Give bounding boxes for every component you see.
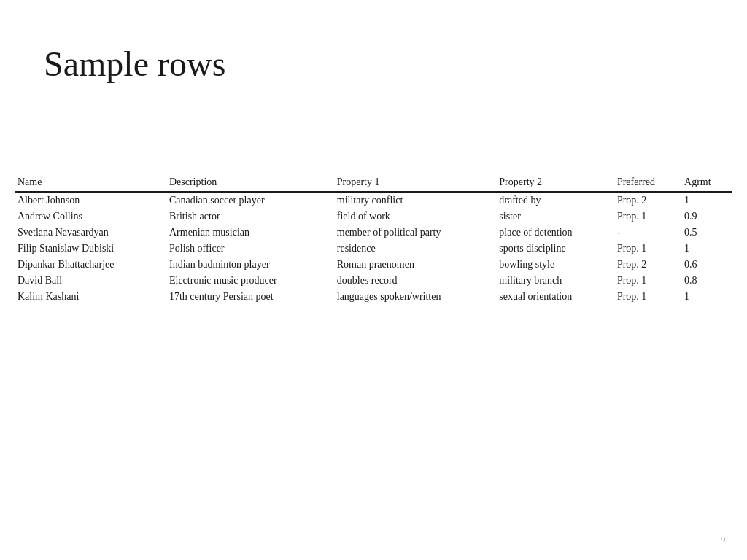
cell-description: Polish officer [166, 241, 334, 257]
col-header-property2: Property 2 [496, 175, 614, 192]
page-title: Sample rows [44, 44, 225, 84]
cell-property2: sexual orientation [496, 289, 614, 305]
cell-agrmt: 0.8 [681, 273, 732, 289]
cell-property2: drafted by [496, 192, 614, 209]
cell-property1: languages spoken/written [334, 289, 497, 305]
cell-property1: Roman praenomen [334, 257, 497, 273]
col-header-agrmt: Agrmt [681, 175, 732, 192]
cell-property1: residence [334, 241, 497, 257]
cell-description: British actor [166, 209, 334, 225]
table-row: Andrew CollinsBritish actorfield of work… [15, 209, 732, 225]
cell-description: Canadian soccer player [166, 192, 334, 209]
cell-property1: field of work [334, 209, 497, 225]
cell-property1: doubles record [334, 273, 497, 289]
cell-name: Andrew Collins [15, 209, 166, 225]
cell-property2: bowling style [496, 257, 614, 273]
cell-agrmt: 0.6 [681, 257, 732, 273]
cell-property1: member of political party [334, 225, 497, 241]
sample-rows-table: Name Description Property 1 Property 2 P… [15, 175, 732, 305]
cell-name: Dipankar Bhattacharjee [15, 257, 166, 273]
table-row: Kalim Kashani17th century Persian poetla… [15, 289, 732, 305]
cell-agrmt: 1 [681, 192, 732, 209]
table-row: Filip Stanislaw DubiskiPolish officerres… [15, 241, 732, 257]
cell-agrmt: 0.9 [681, 209, 732, 225]
cell-preferred: Prop. 1 [614, 209, 681, 225]
col-header-description: Description [166, 175, 334, 192]
table-row: Dipankar BhattacharjeeIndian badminton p… [15, 257, 732, 273]
cell-preferred: - [614, 225, 681, 241]
cell-preferred: Prop. 2 [614, 192, 681, 209]
cell-property2: sports discipline [496, 241, 614, 257]
col-header-property1: Property 1 [334, 175, 497, 192]
cell-agrmt: 1 [681, 241, 732, 257]
cell-property2: place of detention [496, 225, 614, 241]
cell-name: Kalim Kashani [15, 289, 166, 305]
cell-property2: sister [496, 209, 614, 225]
cell-agrmt: 1 [681, 289, 732, 305]
cell-preferred: Prop. 1 [614, 273, 681, 289]
table-row: Albert JohnsonCanadian soccer playermili… [15, 192, 732, 209]
cell-preferred: Prop. 1 [614, 241, 681, 257]
cell-description: 17th century Persian poet [166, 289, 334, 305]
table-header-row: Name Description Property 1 Property 2 P… [15, 175, 732, 192]
cell-name: David Ball [15, 273, 166, 289]
cell-description: Electronic music producer [166, 273, 334, 289]
cell-property2: military branch [496, 273, 614, 289]
page-number: 9 [721, 534, 726, 545]
sample-rows-table-container: Name Description Property 1 Property 2 P… [15, 175, 732, 305]
col-header-preferred: Preferred [614, 175, 681, 192]
cell-description: Armenian musician [166, 225, 334, 241]
cell-property1: military conflict [334, 192, 497, 209]
table-row: David BallElectronic music producerdoubl… [15, 273, 732, 289]
cell-agrmt: 0.5 [681, 225, 732, 241]
cell-preferred: Prop. 1 [614, 289, 681, 305]
col-header-name: Name [15, 175, 166, 192]
cell-name: Filip Stanislaw Dubiski [15, 241, 166, 257]
cell-preferred: Prop. 2 [614, 257, 681, 273]
cell-name: Svetlana Navasardyan [15, 225, 166, 241]
cell-name: Albert Johnson [15, 192, 166, 209]
table-row: Svetlana NavasardyanArmenian musicianmem… [15, 225, 732, 241]
cell-description: Indian badminton player [166, 257, 334, 273]
